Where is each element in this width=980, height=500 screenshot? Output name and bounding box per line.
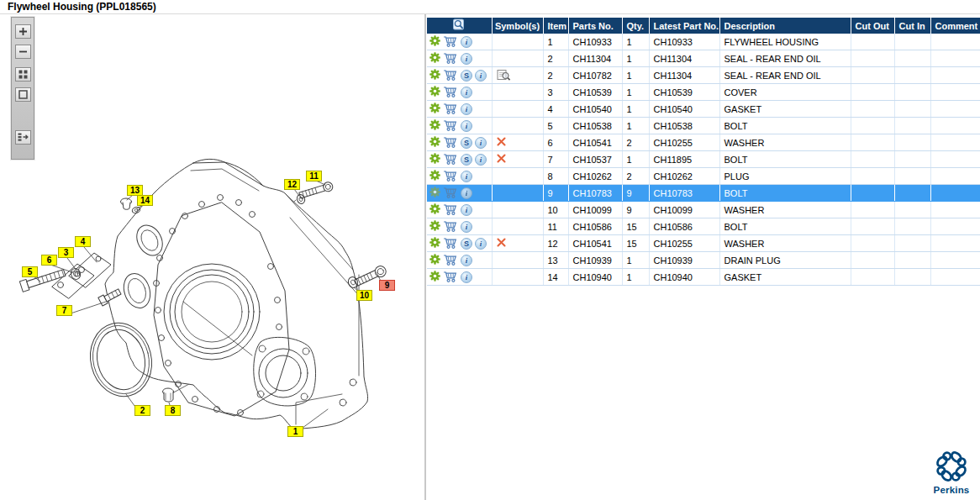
info-icon[interactable]: i bbox=[461, 36, 472, 48]
cut-in-cell bbox=[894, 235, 930, 252]
table-row[interactable]: S i 6 CH10541 2 CH10255 WASHER bbox=[427, 134, 980, 151]
gear-icon[interactable] bbox=[429, 52, 440, 65]
info-icon[interactable]: i bbox=[475, 154, 487, 166]
info-icon[interactable]: i bbox=[461, 187, 472, 199]
cart-icon[interactable] bbox=[443, 86, 458, 99]
cart-icon[interactable] bbox=[443, 52, 458, 66]
callout-label-4[interactable]: 4 bbox=[75, 236, 91, 247]
info-icon[interactable]: i bbox=[475, 238, 487, 250]
info-icon[interactable]: i bbox=[461, 120, 472, 132]
cart-icon[interactable] bbox=[443, 153, 458, 166]
table-row[interactable]: i 10 CH10099 9 CH10099 WASHER bbox=[427, 202, 980, 218]
s-badge-icon[interactable]: S bbox=[461, 137, 472, 149]
view-column-header[interactable] bbox=[427, 18, 492, 34]
cart-icon[interactable] bbox=[443, 119, 458, 133]
symbol-cell bbox=[492, 118, 543, 134]
gear-icon[interactable] bbox=[429, 136, 440, 149]
cart-icon[interactable] bbox=[443, 69, 458, 82]
gear-icon[interactable] bbox=[429, 86, 440, 98]
cart-icon[interactable] bbox=[443, 35, 458, 49]
callout-label-12[interactable]: 12 bbox=[284, 179, 300, 190]
cut-out-column-header[interactable]: Cut Out bbox=[851, 18, 894, 34]
callout-label-11[interactable]: 11 bbox=[306, 171, 322, 182]
table-row[interactable]: S i 7 CH10537 1 CH11895 BOLT bbox=[427, 151, 980, 168]
callout-view-icon[interactable] bbox=[497, 72, 511, 82]
qty-column-header[interactable]: Qty. bbox=[622, 18, 649, 34]
callout-label-7[interactable]: 7 bbox=[56, 305, 72, 316]
info-icon[interactable]: i bbox=[461, 171, 472, 182]
zoom-out-button[interactable] bbox=[15, 45, 31, 59]
info-icon[interactable]: i bbox=[475, 137, 487, 149]
symbols-column-header[interactable]: Symbol(s) bbox=[492, 18, 543, 34]
gear-icon[interactable] bbox=[429, 69, 440, 82]
cart-icon[interactable] bbox=[443, 103, 458, 116]
fit-view-button[interactable] bbox=[15, 87, 31, 102]
info-icon[interactable]: i bbox=[461, 221, 472, 233]
gear-icon[interactable] bbox=[429, 119, 440, 132]
info-icon[interactable]: i bbox=[461, 53, 472, 65]
item-column-header[interactable]: Item bbox=[543, 18, 568, 34]
cart-icon[interactable] bbox=[443, 187, 458, 200]
gear-icon[interactable] bbox=[429, 170, 440, 182]
cart-icon[interactable] bbox=[443, 254, 458, 267]
callout-label-9[interactable]: 9 bbox=[379, 280, 395, 291]
tile-view-button[interactable] bbox=[15, 67, 31, 82]
table-row[interactable]: i 11 CH10586 15 CH10586 BOLT bbox=[427, 218, 980, 235]
table-row[interactable]: i 2 CH11304 1 CH11304 SEAL - REAR END OI… bbox=[427, 50, 980, 67]
parts-no-column-header[interactable]: Parts No. bbox=[568, 18, 622, 34]
comment-cell bbox=[930, 269, 980, 286]
info-icon[interactable]: i bbox=[475, 70, 487, 82]
comment-cell bbox=[930, 218, 980, 235]
callout-label-2[interactable]: 2 bbox=[134, 405, 150, 416]
s-badge-icon[interactable]: S bbox=[461, 70, 472, 82]
table-row[interactable]: S i 2 CH10782 1 CH11304 SEAL bbox=[427, 67, 980, 84]
collapse-panel-button[interactable] bbox=[15, 130, 31, 145]
cart-icon[interactable] bbox=[443, 271, 458, 284]
gear-icon[interactable] bbox=[429, 35, 440, 48]
table-row[interactable]: i 8 CH10262 2 CH10262 PLUG bbox=[427, 168, 980, 185]
gear-icon[interactable] bbox=[429, 187, 440, 199]
table-row[interactable]: i 13 CH10939 1 CH10939 DRAIN PLUG bbox=[427, 252, 980, 269]
cut-out-cell bbox=[851, 118, 894, 134]
info-icon[interactable]: i bbox=[461, 87, 472, 98]
info-icon[interactable]: i bbox=[461, 103, 472, 115]
info-icon[interactable]: i bbox=[461, 271, 472, 283]
s-badge-icon[interactable]: S bbox=[461, 238, 472, 250]
cut-in-column-header[interactable]: Cut In bbox=[894, 18, 930, 34]
callout-label-5[interactable]: 5 bbox=[22, 266, 38, 277]
gear-icon[interactable] bbox=[429, 237, 440, 250]
gear-icon[interactable] bbox=[429, 203, 440, 216]
callout-label-10[interactable]: 10 bbox=[356, 290, 372, 301]
zoom-in-button[interactable] bbox=[15, 24, 31, 39]
gear-icon[interactable] bbox=[429, 220, 440, 233]
gear-icon[interactable] bbox=[429, 103, 440, 115]
table-row[interactable]: i 5 CH10538 1 CH10538 BOLT bbox=[427, 118, 980, 134]
callout-label-14[interactable]: 14 bbox=[137, 195, 153, 206]
s-badge-icon[interactable]: S bbox=[461, 154, 472, 166]
table-row[interactable]: i 1 CH10933 1 CH10933 FLYWHEEL HOUSING bbox=[427, 34, 980, 50]
latest-part-no-column-header[interactable]: Latest Part No. bbox=[649, 18, 719, 34]
cart-icon[interactable] bbox=[443, 136, 458, 150]
comment-column-header[interactable]: Comment bbox=[930, 18, 980, 34]
info-icon[interactable]: i bbox=[461, 204, 472, 216]
callout-label-3[interactable]: 3 bbox=[58, 247, 74, 258]
gear-icon[interactable] bbox=[429, 254, 440, 266]
table-row[interactable]: i 14 CH10940 1 CH10940 GASKET bbox=[427, 269, 980, 286]
description-cell: SEAL - REAR END OIL bbox=[719, 50, 851, 67]
table-row[interactable]: i 4 CH10540 1 CH10540 GASKET bbox=[427, 101, 980, 118]
table-row[interactable]: i 9 CH10783 9 CH10783 BOLT bbox=[427, 185, 980, 202]
callout-label-8[interactable]: 8 bbox=[165, 405, 181, 416]
table-row[interactable]: i 3 CH10539 1 CH10539 COVER bbox=[427, 84, 980, 101]
cart-icon[interactable] bbox=[443, 203, 458, 217]
info-icon[interactable]: i bbox=[461, 255, 472, 266]
cart-icon[interactable] bbox=[443, 237, 458, 250]
cart-icon[interactable] bbox=[443, 170, 458, 183]
callout-label-1[interactable]: 1 bbox=[287, 426, 303, 437]
qty-cell: 1 bbox=[622, 34, 649, 50]
gear-icon[interactable] bbox=[429, 271, 440, 283]
description-column-header[interactable]: Description bbox=[719, 18, 851, 34]
gear-icon[interactable] bbox=[429, 153, 440, 166]
cart-icon[interactable] bbox=[443, 220, 458, 234]
callout-label-6[interactable]: 6 bbox=[41, 255, 57, 266]
table-row[interactable]: S i 12 CH10541 15 CH10255 WASHER bbox=[427, 235, 980, 252]
